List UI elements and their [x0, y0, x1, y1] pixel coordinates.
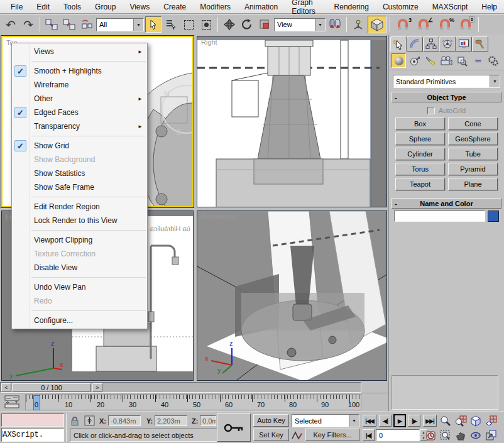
menu-edit[interactable]: Edit [30, 1, 57, 13]
key-filters-button[interactable]: Key Filters... [305, 429, 359, 441]
select-and-rotate-button[interactable] [239, 16, 255, 33]
pyramid-button[interactable]: Pyramid [448, 163, 498, 175]
bind-to-spacewarp-button[interactable] [79, 16, 95, 33]
key-mode-toggle-button[interactable]: |◀| [363, 429, 375, 441]
menu-item-edit-render-region[interactable]: Edit Render Region [12, 200, 147, 214]
plane-button[interactable]: Plane [448, 178, 498, 190]
tab-modify[interactable] [407, 36, 423, 52]
name-color-header[interactable]: - Name and Color [392, 198, 501, 209]
tab-motion[interactable] [439, 36, 456, 52]
select-object-button[interactable] [145, 16, 162, 33]
select-and-scale-button[interactable] [256, 16, 273, 33]
snap-toggle-3d-button[interactable]: 3 [393, 16, 412, 33]
default-in-out-tangents-icon[interactable] [292, 430, 303, 440]
time-slider-next-button[interactable]: > [92, 383, 102, 391]
auto-key-button[interactable]: Auto Key [253, 414, 289, 427]
spinner-snap-button[interactable] [456, 16, 475, 33]
maxscript-recorder-field[interactable] [1, 413, 64, 427]
object-type-header[interactable]: - Object Type [392, 92, 501, 102]
selection-set-dropdown[interactable]: Selected ▼ [292, 414, 359, 427]
viewport-perspective[interactable]: z x y Perspective [197, 211, 387, 381]
menu-rendering[interactable]: Rendering [327, 1, 376, 13]
select-and-move-button[interactable] [221, 16, 238, 33]
menu-item-wireframe[interactable]: Wireframe [12, 78, 147, 92]
menu-graph-editors[interactable]: Graph Editors [285, 0, 327, 18]
percent-snap-button[interactable]: % [435, 16, 455, 33]
time-slider-prev-button[interactable]: < [1, 383, 11, 391]
menu-tools[interactable]: Tools [57, 1, 88, 13]
next-frame-button[interactable]: |▶ [408, 415, 420, 427]
select-and-link-button[interactable] [43, 16, 60, 33]
category-spacewarps-button[interactable]: ≈≈ [470, 53, 485, 68]
object-name-field[interactable] [394, 211, 485, 222]
category-geometry-button[interactable] [392, 53, 406, 68]
maxscript-listener-field[interactable]: MAXScript. [1, 428, 64, 442]
autogrid-checkbox[interactable] [427, 107, 435, 114]
category-shapes-button[interactable] [407, 53, 422, 68]
object-color-swatch[interactable] [488, 211, 499, 222]
torus-button[interactable]: Torus [395, 163, 445, 175]
cone-button[interactable]: Cone [448, 118, 498, 130]
menu-group[interactable]: Group [88, 1, 123, 13]
selection-filter-dropdown[interactable]: All ▼ [96, 18, 144, 31]
tab-utilities[interactable] [472, 36, 488, 52]
goto-start-button[interactable]: |◀◀ [363, 415, 376, 427]
region-zoom-button[interactable] [439, 429, 452, 442]
teapot-button[interactable]: Teapot [395, 178, 445, 190]
trackbar-ruler[interactable]: 0 10 20 30 40 50 60 70 80 90 100 [25, 394, 361, 410]
maximize-viewport-button[interactable] [484, 429, 498, 442]
menu-item-other[interactable]: Other► [12, 92, 147, 106]
menu-views[interactable]: Views [123, 1, 156, 13]
y-coord-field[interactable]: 2,203m [155, 415, 187, 426]
viewport-right[interactable]: Right [197, 36, 387, 207]
menu-help[interactable]: Help [474, 1, 504, 13]
zoom-extents-all-button[interactable] [484, 414, 498, 427]
window-crossing-button[interactable] [198, 16, 214, 33]
category-systems-button[interactable] [486, 53, 500, 68]
menu-create[interactable]: Create [156, 1, 193, 13]
prev-frame-button[interactable]: ◀| [379, 415, 392, 427]
menu-item-edged-faces[interactable]: ✓Edged Faces [12, 106, 147, 119]
goto-end-button[interactable]: ▶▶| [423, 415, 437, 427]
box-button[interactable]: Box [395, 118, 445, 130]
x-coord-field[interactable]: -0,843m [108, 415, 141, 426]
category-helpers-button[interactable] [454, 53, 469, 68]
rect-selection-region-button[interactable] [180, 16, 197, 33]
tube-button[interactable]: Tube [448, 148, 498, 160]
menu-file[interactable]: File [4, 1, 30, 13]
menu-animation[interactable]: Animation [238, 1, 285, 13]
current-frame-field[interactable]: 0 [376, 429, 420, 441]
pan-button[interactable] [454, 429, 468, 442]
arc-rotate-button[interactable] [469, 429, 483, 442]
unlink-button[interactable] [61, 16, 77, 33]
snaps-toggle-button[interactable] [368, 16, 386, 33]
menu-item-lock-render[interactable]: Lock Render to this View [12, 214, 147, 227]
sphere-button[interactable]: Sphere [395, 133, 445, 145]
set-keys-button[interactable] [217, 413, 251, 442]
menu-maxscript[interactable]: MAXScript [425, 1, 475, 13]
time-slider-button[interactable]: 0 / 100 [12, 383, 91, 391]
menu-item-configure[interactable]: Configure... [12, 314, 147, 327]
angle-snap-button[interactable]: ∠ [414, 16, 434, 33]
select-and-manipulate-button[interactable] [350, 16, 366, 33]
open-mini-curve-editor-button[interactable] [4, 395, 21, 409]
zoom-all-button[interactable] [454, 414, 468, 427]
menu-item-smooth-highlights[interactable]: ✓Smooth + Highlights [12, 64, 147, 78]
menu-item-disable-view[interactable]: Disable View [12, 261, 147, 275]
undo-button[interactable]: ↶ [3, 16, 19, 33]
menu-modifiers[interactable]: Modifiers [193, 1, 238, 13]
time-slider-track[interactable]: < 0 / 100 > [0, 382, 361, 393]
reference-coord-dropdown[interactable]: View ▼ [274, 18, 326, 31]
menu-item-transparency[interactable]: Transparency► [12, 119, 147, 133]
zoom-button[interactable] [439, 414, 452, 427]
time-configuration-button[interactable] [426, 430, 437, 440]
tab-hierarchy[interactable] [423, 36, 439, 52]
menu-item-viewport-clipping[interactable]: Viewport Clipping [12, 233, 147, 247]
tab-display[interactable] [456, 36, 472, 52]
primitives-dropdown[interactable]: Standard Primitives ▼ [393, 75, 500, 88]
use-pivot-center-button[interactable] [327, 16, 343, 33]
menu-customize[interactable]: Customize [376, 1, 425, 13]
zoom-extents-button[interactable] [469, 414, 483, 427]
menu-item-show-grid[interactable]: ✓Show Grid [12, 139, 147, 153]
menu-item-views[interactable]: Views► [12, 45, 147, 58]
